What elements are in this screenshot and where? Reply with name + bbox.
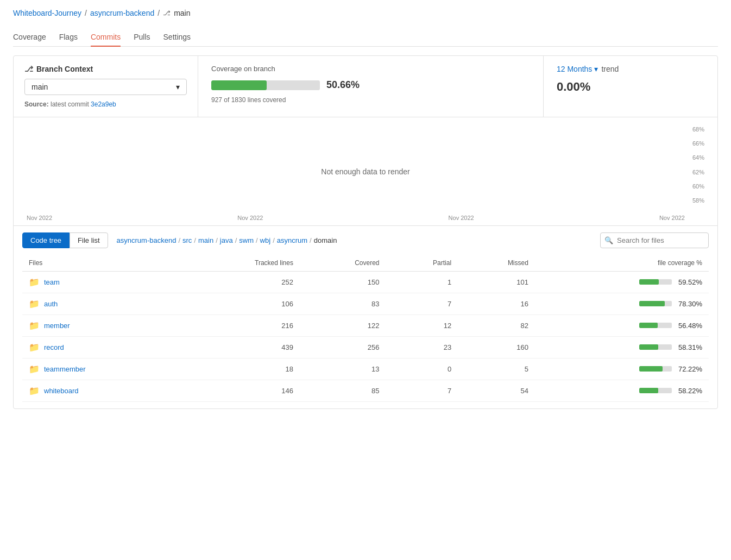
coverage-cell-4: 72.22% bbox=[535, 358, 709, 380]
missed-cell-3: 160 bbox=[458, 337, 535, 358]
table-row[interactable]: 📁 team 252 150 1 101 59.52% bbox=[22, 272, 709, 293]
tab-commits[interactable]: Commits bbox=[91, 28, 121, 47]
path-src[interactable]: src bbox=[182, 236, 192, 244]
x-axis-1: Nov 2022 bbox=[27, 215, 52, 221]
trend-label: trend bbox=[601, 65, 619, 73]
nav-tabs: Coverage Flags Commits Pulls Settings bbox=[13, 28, 718, 47]
file-list-button[interactable]: File list bbox=[70, 232, 108, 248]
partial-cell-5: 7 bbox=[386, 380, 458, 402]
coverage-cell-0: 59.52% bbox=[535, 272, 709, 293]
missed-cell-0: 101 bbox=[458, 272, 535, 293]
mini-bar-5: 58.22% bbox=[639, 387, 702, 395]
path-swm[interactable]: swm bbox=[239, 236, 254, 244]
x-axis-4: Nov 2022 bbox=[659, 215, 685, 221]
tab-coverage[interactable]: Coverage bbox=[13, 28, 46, 47]
search-input[interactable] bbox=[600, 232, 709, 248]
covered-cell-2: 122 bbox=[300, 315, 386, 337]
folder-name-5[interactable]: whiteboard bbox=[44, 387, 79, 395]
coverage-bar-fill bbox=[211, 80, 267, 90]
file-table-wrapper[interactable]: Files Tracked lines Covered Partial Miss… bbox=[22, 255, 709, 402]
y-axis-62: 62% bbox=[692, 169, 704, 175]
coverage-panel: Coverage on branch 50.66% 927 of 1830 li… bbox=[198, 56, 544, 117]
table-row[interactable]: 📁 auth 106 83 7 16 78.30% bbox=[22, 293, 709, 315]
x-axis-3: Nov 2022 bbox=[449, 215, 474, 221]
file-name-cell-3[interactable]: 📁 record bbox=[22, 337, 182, 358]
trend-months-selector[interactable]: 12 Months ▾ bbox=[557, 65, 598, 73]
folder-name-1[interactable]: auth bbox=[44, 300, 58, 308]
missed-cell-2: 82 bbox=[458, 315, 535, 337]
folder-icon-5: 📁 bbox=[29, 386, 40, 396]
tab-flags[interactable]: Flags bbox=[59, 28, 78, 47]
source-text: latest commit bbox=[51, 100, 89, 108]
file-name-cell-0[interactable]: 📁 team bbox=[22, 272, 182, 293]
path-asyncrum[interactable]: asyncrum bbox=[277, 236, 307, 244]
chart-x-axis: Nov 2022 Nov 2022 Nov 2022 Nov 2022 bbox=[27, 215, 685, 221]
path-domain: domain bbox=[314, 236, 337, 244]
search-box: 🔍 bbox=[600, 232, 709, 248]
coverage-cell-1: 78.30% bbox=[535, 293, 709, 315]
col-tracked: Tracked lines bbox=[182, 255, 300, 272]
path-asyncrum-backend[interactable]: asyncrum-backend bbox=[117, 236, 177, 244]
folder-name-0[interactable]: team bbox=[44, 278, 60, 286]
col-file-coverage: file coverage % bbox=[535, 255, 709, 272]
missed-cell-1: 16 bbox=[458, 293, 535, 315]
trend-months-label: 12 Months bbox=[557, 65, 592, 73]
main-panel: ⎇ Branch Context main ▾ Source: latest c… bbox=[13, 55, 718, 409]
y-axis-58: 58% bbox=[692, 197, 704, 204]
source-label: Source: bbox=[24, 100, 49, 108]
chart-y-axis: 68% 66% 64% 62% 60% 58% bbox=[692, 126, 704, 204]
table-row[interactable]: 📁 whiteboard 146 85 7 54 58.22% bbox=[22, 380, 709, 402]
selected-branch: main bbox=[31, 83, 48, 91]
file-name-cell-1[interactable]: 📁 auth bbox=[22, 293, 182, 315]
folder-icon-0: 📁 bbox=[29, 277, 40, 287]
missed-cell-5: 54 bbox=[458, 380, 535, 402]
pct-label-3: 58.31% bbox=[676, 343, 702, 351]
y-axis-64: 64% bbox=[692, 154, 704, 161]
pct-label-4: 72.22% bbox=[676, 365, 702, 373]
breadcrumb-sep2: / bbox=[157, 9, 160, 17]
path-java[interactable]: java bbox=[220, 236, 233, 244]
mini-bar-0: 59.52% bbox=[639, 278, 702, 286]
y-axis-66: 66% bbox=[692, 140, 704, 147]
branch-icon-small: ⎇ bbox=[24, 65, 33, 73]
path-main[interactable]: main bbox=[198, 236, 213, 244]
folder-name-2[interactable]: member bbox=[44, 322, 70, 330]
coverage-cell-3: 58.31% bbox=[535, 337, 709, 358]
file-section: Code tree File list asyncrum-backend / s… bbox=[14, 226, 717, 408]
file-name-cell-5[interactable]: 📁 whiteboard bbox=[22, 380, 182, 402]
tab-pulls[interactable]: Pulls bbox=[134, 28, 150, 47]
trend-header: 12 Months ▾ trend bbox=[557, 65, 704, 73]
table-row[interactable]: 📁 record 439 256 23 160 58.31% bbox=[22, 337, 709, 358]
source-info: Source: latest commit 3e2a9eb bbox=[24, 100, 187, 108]
code-tree-button[interactable]: Code tree bbox=[22, 232, 70, 248]
folder-icon-1: 📁 bbox=[29, 299, 40, 309]
table-row[interactable]: 📁 member 216 122 12 82 56.48% bbox=[22, 315, 709, 337]
folder-name-3[interactable]: record bbox=[44, 343, 64, 351]
covered-cell-0: 150 bbox=[300, 272, 386, 293]
file-name-cell-4[interactable]: 📁 teammember bbox=[22, 358, 182, 380]
covered-cell-3: 256 bbox=[300, 337, 386, 358]
path-wbj[interactable]: wbj bbox=[260, 236, 271, 244]
mini-bar-1: 78.30% bbox=[639, 300, 702, 308]
tracked-cell-1: 106 bbox=[182, 293, 300, 315]
trend-panel: 12 Months ▾ trend 0.00% bbox=[544, 56, 717, 117]
mini-bar-2: 56.48% bbox=[639, 322, 702, 330]
file-name-cell-2[interactable]: 📁 member bbox=[22, 315, 182, 337]
breadcrumb-sep1: / bbox=[85, 9, 87, 17]
breadcrumb-org[interactable]: Whiteboard-Journey bbox=[13, 9, 81, 17]
coverage-percentage: 50.66% bbox=[326, 79, 360, 91]
tab-settings[interactable]: Settings bbox=[163, 28, 191, 47]
mini-bar-track-3 bbox=[639, 344, 672, 350]
lines-covered: 927 of 1830 lines covered bbox=[211, 96, 530, 104]
commit-link[interactable]: 3e2a9eb bbox=[91, 100, 116, 108]
col-files: Files bbox=[22, 255, 182, 272]
branch-selector[interactable]: main ▾ bbox=[24, 79, 187, 95]
dropdown-chevron-icon: ▾ bbox=[176, 83, 180, 91]
coverage-bar-row: 50.66% bbox=[211, 79, 530, 91]
table-row[interactable]: 📁 teammember 18 13 0 5 72.22% bbox=[22, 358, 709, 380]
breadcrumb-repo[interactable]: asyncrum-backend bbox=[90, 9, 154, 17]
coverage-label: Coverage on branch bbox=[211, 65, 530, 73]
mini-bar-3: 58.31% bbox=[639, 343, 702, 351]
trend-chevron-icon: ▾ bbox=[594, 65, 598, 73]
folder-name-4[interactable]: teammember bbox=[44, 365, 86, 373]
